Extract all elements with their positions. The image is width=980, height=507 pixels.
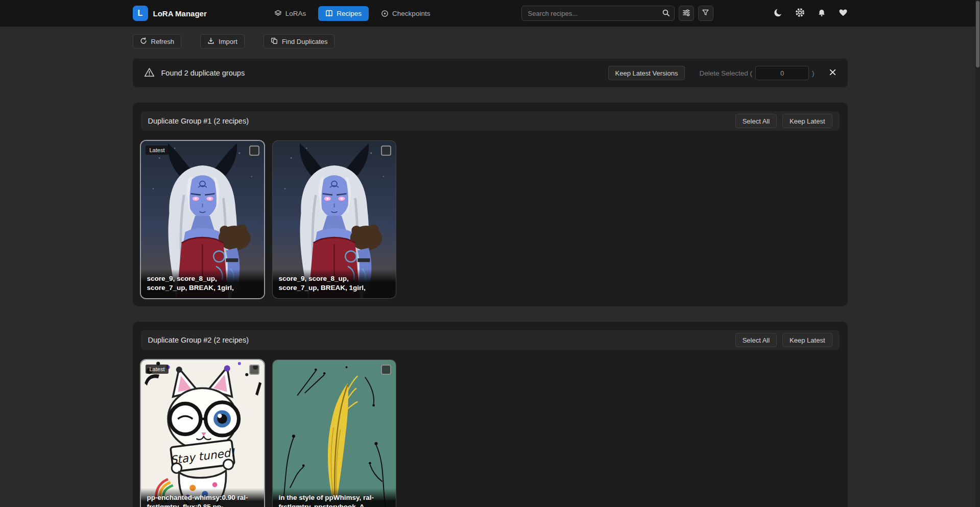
group-1-header: Duplicate Group #1 (2 recipes) Select Al… [141, 111, 840, 131]
group-2-keep-latest-button[interactable]: Keep Latest [782, 333, 832, 347]
checkpoint-icon [381, 10, 389, 17]
recipe-select-checkbox[interactable] [249, 365, 259, 375]
app-logo[interactable]: L [133, 6, 148, 21]
filter-icon [702, 9, 709, 18]
delete-count-input[interactable] [755, 66, 809, 80]
gear-icon [795, 8, 805, 19]
refresh-label: Refresh [151, 38, 175, 45]
book-icon [325, 10, 333, 17]
top-navbar: L LoRA Manager LoRAs Recipe [0, 0, 980, 27]
refresh-icon [140, 37, 147, 46]
group-1-keep-latest-button[interactable]: Keep Latest [782, 114, 832, 128]
filter-button[interactable] [698, 6, 713, 21]
banner-close-button[interactable] [829, 68, 836, 78]
duplicate-group-2: Duplicate Group #2 (2 recipes) Select Al… [133, 322, 848, 507]
import-label: Import [219, 38, 237, 45]
search-button[interactable] [658, 6, 674, 20]
recipe-select-checkbox[interactable] [381, 365, 391, 375]
heart-icon [839, 8, 848, 18]
theme-toggle-button[interactable] [774, 8, 783, 19]
banner-message: Found 2 duplicate groups [161, 69, 245, 77]
group-2-title: Duplicate Group #2 (2 recipes) [148, 336, 249, 344]
group-2-cards: Stay tuned! Latest [141, 360, 840, 507]
recipe-preview-image: Stay tuned! [141, 360, 264, 507]
recipe-card[interactable]: Stay tuned! Latest [141, 360, 264, 507]
refresh-button[interactable]: Refresh [133, 34, 182, 49]
recipe-caption: in the style of ppWhimsy, ral- frctlgmtr… [273, 488, 396, 507]
recipe-select-checkbox[interactable] [381, 146, 391, 156]
recipe-caption: score_9, score_8_up, score_7_up, BREAK, … [141, 269, 264, 298]
tab-recipes[interactable]: Recipes [318, 6, 369, 21]
favorites-button[interactable] [839, 8, 848, 18]
recipe-select-checkbox[interactable] [249, 146, 259, 156]
delete-selected-label-suffix: ) [812, 69, 815, 77]
delete-selected-label: Delete Selected ( [699, 69, 752, 77]
layers-icon [274, 10, 282, 17]
tab-label: LoRAs [285, 10, 306, 17]
search-icon [662, 9, 670, 18]
group-1-select-all-button[interactable]: Select All [735, 114, 777, 128]
duplicates-icon [271, 37, 278, 46]
recipe-card[interactable]: in the style of ppWhimsy, ral- frctlgmtr… [273, 360, 396, 507]
warning-icon [144, 67, 155, 79]
search-input[interactable] [521, 6, 675, 21]
page-scrollbar[interactable] [975, 0, 980, 507]
recipe-caption: score_9, score_8_up, score_7_up, BREAK, … [273, 269, 396, 298]
tab-loras[interactable]: LoRAs [267, 6, 314, 21]
duplicate-group-1: Duplicate Group #1 (2 recipes) Select Al… [133, 103, 848, 306]
tab-label: Checkpoints [392, 10, 430, 17]
latest-badge: Latest [146, 146, 169, 155]
close-icon [829, 68, 836, 78]
latest-badge: Latest [146, 365, 169, 374]
recipe-card[interactable]: Latest score_9, score_8_up, score_7_up, … [141, 141, 264, 298]
notifications-button[interactable] [817, 8, 826, 19]
import-button[interactable]: Import [200, 34, 245, 49]
navbar-right-icons [774, 8, 848, 19]
search-utils [679, 6, 713, 21]
group-2-header: Duplicate Group #2 (2 recipes) Select Al… [141, 330, 840, 350]
bell-icon [817, 8, 826, 19]
sliders-icon [682, 9, 690, 18]
sliders-filter-button[interactable] [679, 6, 694, 21]
recipe-card[interactable]: score_9, score_8_up, score_7_up, BREAK, … [273, 141, 396, 298]
group-2-select-all-button[interactable]: Select All [735, 333, 777, 347]
search [521, 6, 675, 21]
tab-checkpoints[interactable]: Checkpoints [374, 6, 437, 21]
keep-latest-versions-button[interactable]: Keep Latest Versions [608, 66, 685, 80]
recipes-toolbar: Refresh Import Find Duplicates [133, 34, 848, 49]
nav-tabs: LoRAs Recipes Checkpoints [267, 6, 438, 21]
find-duplicates-button[interactable]: Find Duplicates [264, 34, 335, 49]
recipe-caption: pp-enchanted-whimsy:0.90 ral- frctlgmtry… [141, 488, 264, 507]
brand: L LoRA Manager [133, 6, 207, 21]
import-icon [207, 37, 214, 46]
find-duplicates-label: Find Duplicates [282, 38, 328, 45]
app-title: LoRA Manager [153, 9, 207, 18]
delete-selected-group: Delete Selected ( ) [699, 66, 814, 80]
scrollbar-thumb[interactable] [976, 1, 979, 67]
tab-label: Recipes [337, 10, 362, 17]
duplicates-banner: Found 2 duplicate groups Keep Latest Ver… [133, 59, 848, 87]
group-1-cards: Latest score_9, score_8_up, score_7_up, … [141, 141, 840, 298]
group-1-title: Duplicate Group #1 (2 recipes) [148, 117, 249, 125]
moon-icon [774, 8, 783, 19]
settings-button[interactable] [795, 8, 805, 19]
recipe-preview-image [273, 360, 396, 507]
